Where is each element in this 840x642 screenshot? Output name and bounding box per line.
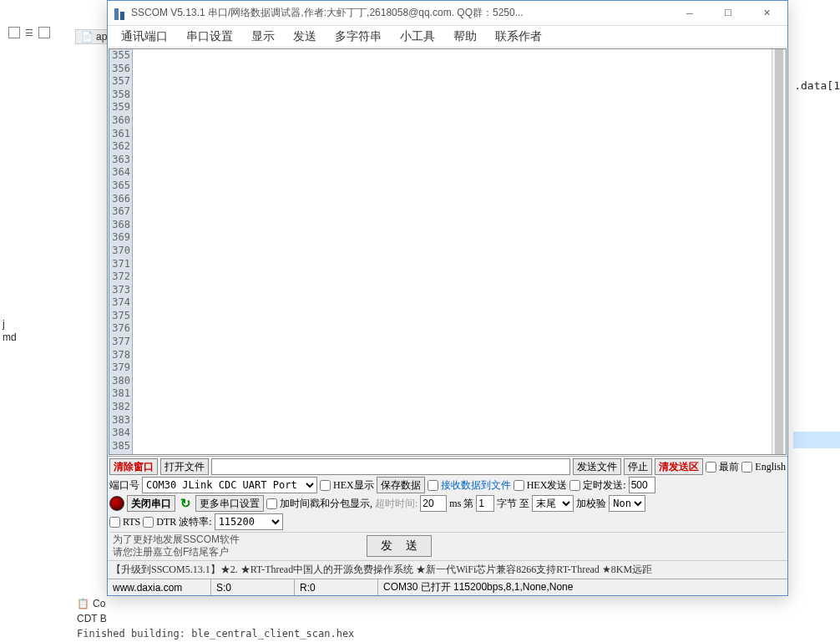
recv-to-file-checkbox[interactable] xyxy=(428,480,438,491)
file-path-input[interactable] xyxy=(211,458,570,475)
control-panel: 清除窗口 打开文件 发送文件 停止 清发送区 最前 English 端口号 CO… xyxy=(108,456,787,560)
status-recv: R:0 xyxy=(295,579,378,595)
hex-send-label: HEX发送 xyxy=(527,478,568,493)
menu-send[interactable]: 发送 xyxy=(285,28,325,46)
timeout-input[interactable] xyxy=(420,495,447,512)
menu-display[interactable]: 显示 xyxy=(243,28,283,46)
clear-send-button[interactable]: 清发送区 xyxy=(655,458,703,475)
status-sent: S:0 xyxy=(211,579,295,595)
status-bar: www.daxia.com S:0 R:0 COM30 已打开 115200bp… xyxy=(108,579,787,595)
close-button[interactable]: ✕ xyxy=(747,2,786,25)
clear-window-button[interactable]: 清除窗口 xyxy=(109,458,158,475)
end-select[interactable]: 末尾 xyxy=(532,495,574,512)
host-bottom-line: CDT B xyxy=(77,613,107,624)
topmost-label: 最前 xyxy=(719,460,739,474)
hex-send-checkbox[interactable] xyxy=(514,480,524,491)
baud-select[interactable]: 115200 xyxy=(215,513,283,530)
nth-input[interactable] xyxy=(476,495,494,512)
minimize-button[interactable]: ─ xyxy=(670,2,709,25)
timed-send-label: 定时发送: xyxy=(583,478,625,493)
port-label: 端口号 xyxy=(109,478,139,493)
timeout-label: 超时时间: xyxy=(375,497,417,511)
maximize-button[interactable]: ☐ xyxy=(709,2,747,25)
app-icon xyxy=(113,7,126,20)
window-icon xyxy=(38,27,50,38)
receive-area: 3553563573583593603613623633643653663673… xyxy=(109,48,787,455)
menu-port[interactable]: 通讯端口 xyxy=(113,28,176,46)
english-checkbox[interactable] xyxy=(741,462,752,473)
stop-button[interactable]: 停止 xyxy=(624,458,652,475)
menu-contact[interactable]: 联系作者 xyxy=(487,28,550,46)
checksum-select[interactable]: None xyxy=(609,495,645,512)
host-tree-fragment: j md xyxy=(0,317,19,344)
menu-help[interactable]: 帮助 xyxy=(445,28,485,46)
receive-textarea[interactable] xyxy=(133,49,772,454)
layout-icon xyxy=(8,27,20,38)
toolbar-glyph: ☰ xyxy=(25,28,33,38)
more-settings-button[interactable]: 更多串口设置 xyxy=(195,495,264,512)
checksum-label: 加校验 xyxy=(576,497,606,511)
topmost-checkbox[interactable] xyxy=(706,462,716,473)
hex-show-label: HEX显示 xyxy=(333,478,374,493)
host-selection-highlight xyxy=(793,432,840,448)
vertical-scrollbar[interactable] xyxy=(772,49,786,454)
timestamp-label: 加时间戳和分包显示, xyxy=(280,497,372,511)
nth-label: 第 xyxy=(463,497,473,511)
row-file: 清除窗口 打开文件 发送文件 停止 清发送区 最前 English xyxy=(109,458,786,475)
recv-to-file-label: 接收数据到文件 xyxy=(441,478,511,493)
sscom-window: SSCOM V5.13.1 串口/网络数据调试器,作者:大虾丁丁,2618058… xyxy=(107,0,788,596)
ad-text: 为了更好地发展SSCOM软件 请您注册嘉立创F结尾客户 xyxy=(113,533,240,558)
menu-serial-settings[interactable]: 串口设置 xyxy=(178,28,241,46)
send-button[interactable]: 发 送 xyxy=(367,535,432,557)
host-status: Finished building: ble_central_client_sc… xyxy=(77,628,354,639)
rts-checkbox[interactable] xyxy=(109,517,120,528)
port-select[interactable]: COM30 JLink CDC UART Port xyxy=(142,477,317,493)
rts-label: RTS xyxy=(123,516,140,528)
dtr-checkbox[interactable] xyxy=(143,517,154,528)
open-file-button[interactable]: 打开文件 xyxy=(160,458,209,475)
host-bottom-tab[interactable]: 📋 Co xyxy=(77,598,105,609)
refresh-icon[interactable]: ↻ xyxy=(178,496,193,511)
promo-bar[interactable]: 【升级到SSCOM5.13.1】★2. ★RT-Thread中国人的开源免费操作… xyxy=(108,560,787,579)
file-icon: 📄 xyxy=(81,31,94,43)
titlebar[interactable]: SSCOM V5.13.1 串口/网络数据调试器,作者:大虾丁丁,2618058… xyxy=(108,1,787,26)
byte-to-label: 字节 至 xyxy=(497,497,529,511)
send-file-button[interactable]: 发送文件 xyxy=(573,458,621,475)
host-toolbar: ☰ xyxy=(0,21,75,44)
close-port-button[interactable]: 关闭串口 xyxy=(127,495,175,512)
menubar: 通讯端口 串口设置 显示 发送 多字符串 小工具 帮助 联系作者 xyxy=(108,26,787,48)
row-port: 端口号 COM30 JLink CDC UART Port HEX显示 保存数据… xyxy=(109,477,786,493)
line-gutter: 3553563573583593603613623633643653663673… xyxy=(109,49,133,454)
menu-multistring[interactable]: 多字符串 xyxy=(326,28,390,46)
row-close: 关闭串口 ↻ 更多串口设置 加时间戳和分包显示, 超时时间: ms 第 字节 至… xyxy=(109,495,786,512)
baud-label: 波特率: xyxy=(179,515,211,529)
hex-show-checkbox[interactable] xyxy=(320,480,331,491)
ms-label: ms xyxy=(449,498,461,510)
status-url[interactable]: www.daxia.com xyxy=(108,579,211,595)
timed-send-value[interactable] xyxy=(629,477,655,493)
english-label: English xyxy=(755,461,786,473)
dtr-label: DTR xyxy=(156,516,176,528)
save-data-button[interactable]: 保存数据 xyxy=(377,477,425,493)
ad-row: 为了更好地发展SSCOM软件 请您注册嘉立创F结尾客户 发 送 xyxy=(109,532,786,559)
window-title: SSCOM V5.13.1 串口/网络数据调试器,作者:大虾丁丁,2618058… xyxy=(131,6,670,20)
port-status-icon xyxy=(109,496,124,511)
timestamp-checkbox[interactable] xyxy=(266,498,277,509)
host-code-fragment: .data[1 xyxy=(794,79,840,92)
menu-tools[interactable]: 小工具 xyxy=(392,28,443,46)
timed-send-checkbox[interactable] xyxy=(569,480,580,491)
status-port-info: COM30 已打开 115200bps,8,1,None,None xyxy=(378,579,787,595)
row-rts: RTS DTR 波特率: 115200 xyxy=(109,513,786,530)
